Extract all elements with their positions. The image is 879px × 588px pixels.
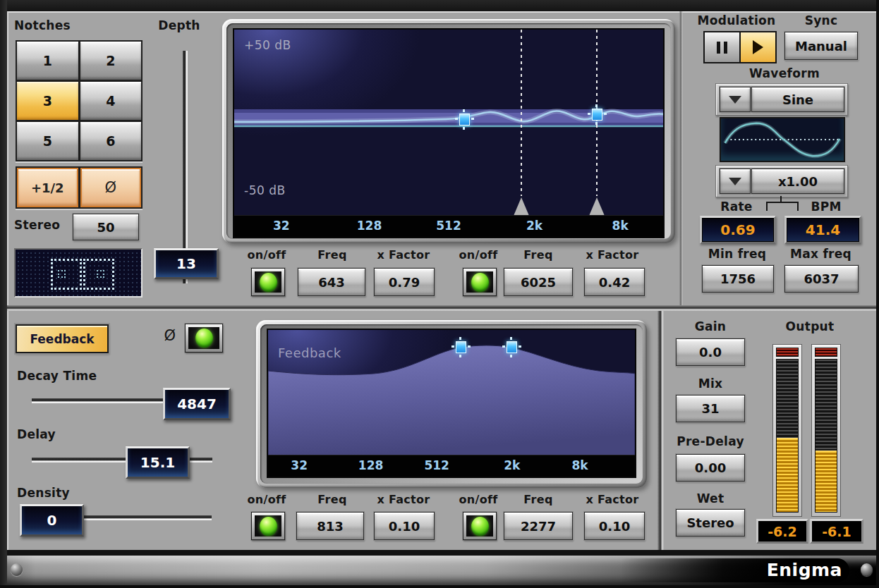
green-led-icon <box>195 329 213 348</box>
waveform-select-tray: Sine <box>715 83 848 116</box>
predelay-value-button[interactable]: 0.00 <box>676 454 745 482</box>
rate-label: Rate <box>708 200 765 214</box>
stereo-left-square-icon <box>51 259 82 290</box>
db-min-label: -50 dB <box>244 183 286 197</box>
axis-tick: 512 <box>424 458 449 472</box>
fb2-xfactor-value-button[interactable]: 0.10 <box>584 512 645 540</box>
waveform-label: Waveform <box>742 66 827 80</box>
feedback-mode-button[interactable]: Feedback <box>16 324 109 353</box>
feedback-display-frame: Feedback 32 128 512 2k 8k <box>256 320 647 488</box>
freq-marker-line <box>521 30 522 196</box>
xfactor-label: x Factor <box>581 248 643 262</box>
axis-tick: 8k <box>571 458 588 472</box>
multiplier-value-button[interactable]: x1.00 <box>751 169 844 194</box>
depth-slider-handle[interactable]: 13 <box>154 248 219 279</box>
chevron-down-icon <box>729 96 741 104</box>
freq-marker-triangle-icon[interactable] <box>514 197 529 216</box>
xfactor-label: x Factor <box>581 493 643 506</box>
clip-indicator-icon <box>815 348 837 357</box>
meter-level <box>777 439 798 512</box>
fb1-xfactor-value-button[interactable]: 0.10 <box>374 512 435 540</box>
stereo-rotation-display <box>14 248 143 298</box>
phase-button[interactable]: Ø <box>80 168 142 207</box>
notches-label: Notches <box>14 18 85 32</box>
xfactor-label: x Factor <box>372 248 435 262</box>
surface-highlight <box>7 11 8 585</box>
phase-label: Ø <box>158 327 182 344</box>
fb1-freq-value-button[interactable]: 813 <box>296 512 364 540</box>
feedback-node-handle[interactable] <box>507 341 517 353</box>
axis-tick: 128 <box>357 219 382 233</box>
axis-tick: 2k <box>504 458 520 472</box>
feedback-node-handle[interactable] <box>456 341 466 353</box>
meter-left-db-display: -6.2 <box>756 519 808 544</box>
stereo-value-button[interactable]: 50 <box>73 214 139 240</box>
bpm-label: BPM <box>801 200 851 214</box>
depth-label: Depth <box>151 18 207 32</box>
output-meter-right <box>811 344 841 517</box>
half-notch-button[interactable]: +1/2 <box>17 168 78 207</box>
notch2-onoff-led-button[interactable] <box>463 268 497 296</box>
fb1-onoff-led-button[interactable] <box>251 512 285 540</box>
predelay-label: Pre-Delay <box>672 434 749 448</box>
sync-mode-button[interactable]: Manual <box>784 32 858 60</box>
play-icon <box>753 40 763 54</box>
density-slider-handle[interactable]: 0 <box>20 504 84 537</box>
bpm-value-display[interactable]: 41.4 <box>784 216 861 244</box>
meter-scale <box>776 359 799 513</box>
onoff-label: on/off <box>240 493 293 506</box>
chassis-edge-left <box>0 0 7 588</box>
notch-button-3-active[interactable]: 3 <box>17 82 78 120</box>
pause-icon <box>724 42 727 54</box>
notch-button-5[interactable]: 5 <box>17 122 78 160</box>
rate-value-display[interactable]: 0.69 <box>700 216 776 244</box>
minfreq-value-button[interactable]: 1756 <box>702 265 774 293</box>
notch1-xfactor-value-button[interactable]: 0.79 <box>374 268 435 296</box>
enigma-plugin-window: Notches 1 2 3 4 5 6 +1/2 Ø Stereo 50 Dep… <box>0 0 879 588</box>
wet-mode-button[interactable]: Stereo <box>676 509 745 537</box>
feedback-onoff-led-button[interactable] <box>185 324 223 353</box>
play-button[interactable] <box>741 32 775 62</box>
mix-value-button[interactable]: 31 <box>676 395 745 422</box>
clip-indicator-icon <box>776 348 799 357</box>
wet-label: Wet <box>679 491 742 506</box>
notch-button-4[interactable]: 4 <box>80 82 142 120</box>
footer-ornament-icon <box>11 563 23 576</box>
sine-wave-icon <box>721 118 844 161</box>
feedback-display-screen: Feedback 32 128 512 2k 8k <box>267 329 636 478</box>
sync-label: Sync <box>793 13 849 27</box>
axis-tick: 512 <box>436 219 461 233</box>
gain-value-button[interactable]: 0.0 <box>676 338 745 366</box>
green-led-icon <box>471 517 489 536</box>
output-label: Output <box>773 319 847 333</box>
section-divider <box>7 305 876 311</box>
notch1-onoff-led-button[interactable] <box>251 268 285 296</box>
notch-node-handle[interactable] <box>592 109 602 121</box>
footer-divider <box>0 550 879 556</box>
notch-button-6[interactable]: 6 <box>80 122 142 160</box>
maxfreq-value-button[interactable]: 6037 <box>784 265 859 293</box>
notch-button-2[interactable]: 2 <box>80 42 142 80</box>
pause-button[interactable] <box>705 32 739 62</box>
notch-button-1[interactable]: 1 <box>17 42 78 80</box>
delay-slider-handle[interactable]: 15.1 <box>126 446 190 479</box>
db-max-label: +50 dB <box>244 38 291 52</box>
waveform-dropdown-button[interactable] <box>720 87 751 112</box>
rate-bpm-bracket <box>766 202 799 211</box>
axis-tick: 2k <box>526 219 542 233</box>
freq-marker-triangle-icon[interactable] <box>589 197 605 216</box>
plugin-logo: Enigma <box>767 560 842 580</box>
notch2-xfactor-value-button[interactable]: 0.42 <box>584 268 645 296</box>
green-led-icon <box>260 273 277 292</box>
fb2-onoff-led-button[interactable] <box>463 512 497 540</box>
multiplier-dropdown-button[interactable] <box>720 169 751 194</box>
fb2-freq-value-button[interactable]: 2277 <box>504 512 573 540</box>
density-label: Density <box>17 486 73 500</box>
green-led-icon <box>260 517 277 536</box>
waveform-value-button[interactable]: Sine <box>751 87 844 112</box>
notch2-freq-value-button[interactable]: 6025 <box>504 268 573 296</box>
decay-slider-handle[interactable]: 4847 <box>163 388 231 420</box>
notch-node-handle[interactable] <box>459 114 470 125</box>
notch1-freq-value-button[interactable]: 643 <box>298 268 365 296</box>
onoff-label: on/off <box>451 248 505 262</box>
